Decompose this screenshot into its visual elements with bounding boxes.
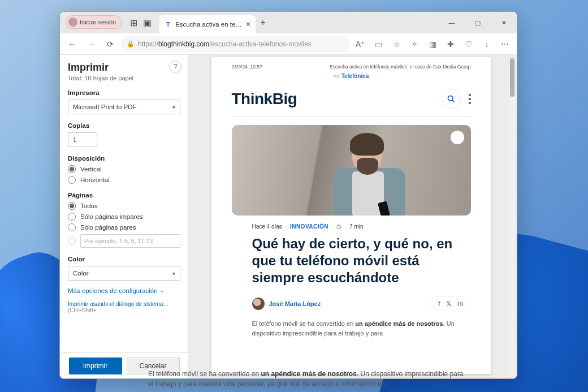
chevron-down-icon: ▾ [172,270,175,277]
tab-groups-icon[interactable]: ▣ [143,18,152,28]
telefonica-logo: ⁖⁖ Telefónica [232,73,471,79]
pages-radio-custom[interactable]: Por ejemplo, 1-5, 8, 11-13 [68,234,180,248]
sign-in-chip[interactable]: Iniciar sesión [66,15,122,29]
browser-tab[interactable]: T Escucha activa en teléfonos móv ✕ [159,15,256,33]
read-aloud-icon[interactable]: A⁺ [352,36,369,53]
radio-selected-icon [68,165,76,173]
preview-scrollbar[interactable] [509,57,515,376]
pages-radio-even[interactable]: Sólo páginas pares [68,223,180,231]
printer-select[interactable]: Microsoft Print to PDF ▾ [68,100,180,114]
url-host: blogthinkbig.com [158,40,209,48]
copies-label: Copias [68,122,180,129]
layout-label: Disposición [68,155,180,162]
radio-selected-icon [68,202,76,210]
pages-label: Páginas [68,192,180,199]
pages-custom-input[interactable]: Por ejemplo, 1-5, 8, 11-13 [80,234,180,248]
workspaces-icon[interactable]: ⊞ [130,18,137,28]
minimize-button[interactable]: — [439,12,465,33]
extensions-icon[interactable]: ✚ [442,36,459,53]
print-total: Total: 10 hojas de papel [68,75,180,81]
tab-title: Escucha activa en teléfonos móv [175,21,242,28]
forward-button: → [83,36,100,53]
printer-label: Impresora [68,89,180,96]
tab-actions: ⊞ ▣ [126,12,156,33]
downloads-icon[interactable]: ↓ [478,36,495,53]
print-preview: 23/9/24, 10:57 Escucha activa en teléfon… [189,55,517,378]
search-icon[interactable] [442,89,461,109]
color-value: Color [73,270,88,277]
favorite-icon[interactable]: ☆ [388,36,405,53]
more-settings-link[interactable]: Más opciones de configuración ⌄ [68,287,180,294]
browser-window: Iniciar sesión ⊞ ▣ T Escucha activa en t… [59,11,517,379]
sheet-header: Escucha activa en teléfonos móviles: el … [330,64,470,70]
refresh-button[interactable]: ⟳ [102,36,119,53]
tab-close-icon[interactable]: ✕ [245,20,251,28]
meta-category: INNOVACIÓN [290,223,328,230]
address-bar: ← → ⟳ 🔒 https://blogthinkbig.com/escucha… [60,33,517,55]
radio-icon [68,176,76,184]
chevron-down-icon: ▾ [172,104,175,110]
scrollbar-thumb[interactable] [510,58,514,97]
collections-icon[interactable]: ▥ [424,36,441,53]
radio-icon [68,237,76,245]
titlebar: Iniciar sesión ⊞ ▣ T Escucha activa en t… [60,12,517,33]
preview-page: 23/9/24, 10:57 Escucha activa en teléfon… [211,57,491,374]
article-meta: Hace 4 días INNOVACIÓN ◷ 7 min [232,223,471,230]
back-button[interactable]: ← [63,36,80,53]
share-buttons: f 𝕏 in [431,296,471,311]
help-icon[interactable]: ? [169,61,181,73]
print-button[interactable]: Imprimir [69,357,122,374]
new-tab-button[interactable]: + [256,12,270,33]
more-icon[interactable]: ⋯ [496,36,513,53]
page-text-overflow: El teléfono móvil se ha convertido en un… [148,369,465,389]
article-body: El teléfono móvil se ha convertido en un… [232,319,471,338]
url-path: /escucha-activa-telefonos-moviles [209,40,312,48]
clock-icon: ◷ [336,223,341,230]
sync-icon[interactable]: ✧ [406,36,423,53]
pages-radio-odd[interactable]: Sólo páginas impares [68,213,180,221]
copies-value: 1 [73,136,76,143]
close-button[interactable]: ✕ [491,12,517,33]
layout-radio-horizontal[interactable]: Horizontal [68,176,180,184]
print-title: Imprimir [68,62,180,74]
meta-readtime: 7 min [349,223,363,230]
author-name: José María López [269,300,321,307]
x-icon[interactable]: 𝕏 [446,300,452,308]
color-select[interactable]: Color ▾ [68,266,180,281]
system-dialog-link[interactable]: Imprimir usando el diálogo de sistema… (… [68,301,180,313]
svg-point-0 [448,96,453,101]
author-link[interactable]: José María López [252,298,321,310]
layout-radio-vertical[interactable]: Vertical [68,165,180,173]
sign-in-label: Iniciar sesión [80,19,116,25]
favicon-icon: T [164,20,172,28]
svg-line-1 [452,100,454,102]
window-controls: — ▢ ✕ [439,12,517,33]
pages-radio-all[interactable]: Todos [68,202,180,210]
radio-icon [68,213,76,221]
hero-image [232,125,471,216]
copies-input[interactable]: 1 [68,132,97,147]
facebook-icon[interactable]: f [438,300,440,308]
hero-badge [451,131,464,144]
meta-time: Hace 4 días [252,223,282,230]
article-title: Qué hay de cierto, y qué no, en que tu t… [232,235,471,286]
radio-icon [68,223,76,231]
sheet-date: 23/9/24, 10:57 [232,64,262,70]
print-sidebar: ? Imprimir Total: 10 hojas de papel Impr… [60,55,189,378]
linkedin-icon[interactable]: in [457,300,464,308]
chevron-down-icon: ⌄ [160,288,165,294]
author-avatar [252,298,265,310]
url-field[interactable]: 🔒 https://blogthinkbig.com/escucha-activ… [121,36,349,52]
lock-icon: 🔒 [127,40,135,48]
maximize-button[interactable]: ▢ [465,12,491,33]
printer-value: Microsoft Print to PDF [73,104,136,110]
site-brand: ThinkBig [232,90,297,108]
url-protocol: https:// [138,40,158,48]
enhance-icon[interactable]: ▭ [370,36,387,53]
avatar-icon [68,18,77,27]
color-label: Color [68,256,180,262]
performance-icon[interactable]: ♡ [460,36,477,53]
menu-icon[interactable] [469,94,471,104]
